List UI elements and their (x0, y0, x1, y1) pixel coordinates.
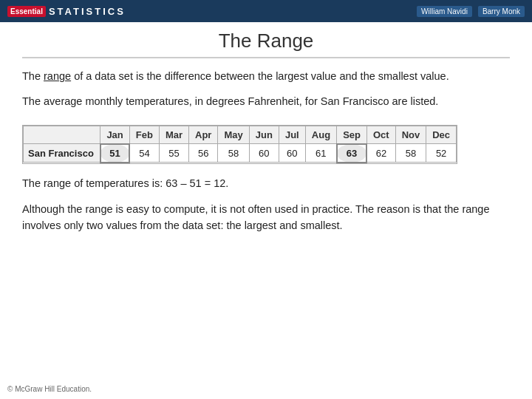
table-header-row: Jan Feb Mar Apr May Jun Jul Aug Sep Oct … (24, 126, 457, 144)
intro-paragraph: The average monthly temperatures, in deg… (22, 94, 510, 110)
definition-pre: The (22, 70, 44, 82)
temperature-table-container: Jan Feb Mar Apr May Jun Jul Aug Sep Oct … (22, 125, 457, 164)
cell-aug: 61 (305, 144, 336, 163)
author2-label: Barry Monk (478, 6, 525, 17)
header-bar: Essential STATISTICS William Navidi Barr… (0, 0, 532, 22)
definition-word: range (44, 70, 71, 82)
definition-post: of a data set is the difference between … (71, 70, 449, 82)
col-header-may: May (218, 126, 249, 144)
col-header-sep: Sep (337, 126, 367, 144)
cell-jul: 60 (279, 144, 305, 163)
table-data-row: San Francisco 51 54 55 56 58 60 60 61 63… (24, 144, 457, 163)
cell-dec: 52 (426, 144, 457, 163)
col-header-oct: Oct (366, 126, 395, 144)
footer-copyright: © McGraw Hill Education. (7, 385, 92, 393)
title-section: The Range (22, 30, 510, 58)
range-result: The range of temperatures is: 63 – 51 = … (22, 176, 510, 192)
col-header-aug: Aug (305, 126, 336, 144)
col-header-empty (24, 126, 100, 144)
conclusion-paragraph: Although the range is easy to compute, i… (22, 202, 510, 234)
cell-jun: 60 (249, 144, 279, 163)
col-header-mar: Mar (159, 126, 188, 144)
cell-may: 58 (218, 144, 249, 163)
main-content: The Range The range of a data set is the… (0, 22, 532, 250)
col-header-jul: Jul (279, 126, 305, 144)
cell-feb: 54 (129, 144, 159, 163)
logo: Essential STATISTICS (7, 6, 126, 17)
col-header-feb: Feb (129, 126, 159, 144)
col-header-jun: Jun (249, 126, 279, 144)
cell-oct: 62 (366, 144, 395, 163)
cell-apr: 56 (189, 144, 218, 163)
author1-label: William Navidi (417, 6, 472, 17)
authors-section: William Navidi Barry Monk (417, 6, 525, 17)
essential-label: Essential (7, 6, 46, 17)
page-title: The Range (22, 30, 510, 52)
definition-paragraph: The range of a data set is the differenc… (22, 69, 510, 85)
cell-jan: 51 (100, 144, 129, 163)
row-label-sf: San Francisco (24, 144, 100, 163)
col-header-nov: Nov (395, 126, 426, 144)
cell-mar: 55 (159, 144, 188, 163)
col-header-jan: Jan (100, 126, 129, 144)
cell-nov: 58 (395, 144, 426, 163)
temperature-table: Jan Feb Mar Apr May Jun Jul Aug Sep Oct … (23, 126, 457, 163)
col-header-apr: Apr (189, 126, 218, 144)
cell-sep: 63 (337, 144, 367, 163)
statistics-label: STATISTICS (49, 6, 126, 17)
col-header-dec: Dec (426, 126, 457, 144)
